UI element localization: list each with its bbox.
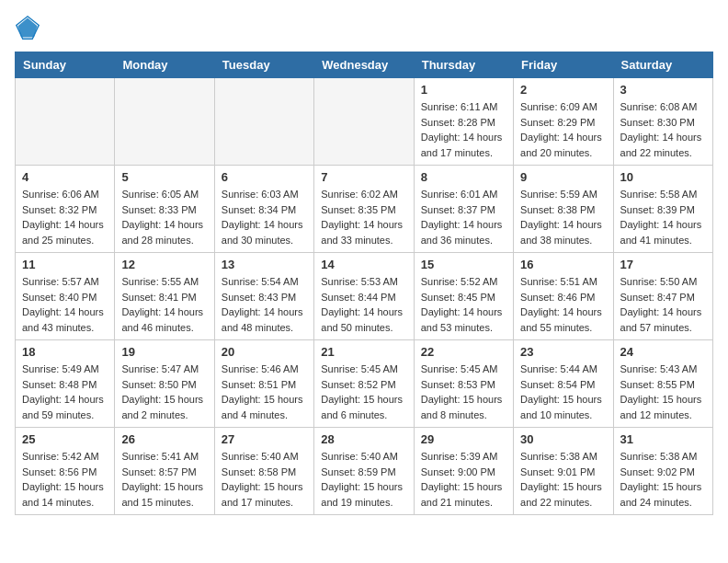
day-number: 7 <box>321 170 406 184</box>
day-info: Sunrise: 5:51 AMSunset: 8:46 PMDaylight:… <box>520 274 606 335</box>
day-number: 14 <box>321 258 406 271</box>
day-number: 8 <box>421 170 506 184</box>
calendar-cell: 3Sunrise: 6:08 AMSunset: 8:30 PMDaylight… <box>613 78 712 166</box>
day-number: 31 <box>620 432 706 446</box>
day-info: Sunrise: 5:57 AMSunset: 8:40 PMDaylight:… <box>22 274 108 335</box>
day-info: Sunrise: 5:43 AMSunset: 8:55 PMDaylight:… <box>620 362 706 422</box>
day-number: 16 <box>520 258 606 271</box>
day-info: Sunrise: 6:06 AMSunset: 8:32 PMDaylight:… <box>22 187 108 247</box>
day-number: 28 <box>321 432 406 446</box>
day-info: Sunrise: 6:09 AMSunset: 8:29 PMDaylight:… <box>520 99 606 160</box>
calendar-cell: 23Sunrise: 5:44 AMSunset: 8:54 PMDayligh… <box>514 340 613 428</box>
calendar-week-3: 11Sunrise: 5:57 AMSunset: 8:40 PMDayligh… <box>16 253 713 340</box>
calendar-cell: 12Sunrise: 5:55 AMSunset: 8:41 PMDayligh… <box>115 253 214 340</box>
day-info: Sunrise: 5:40 AMSunset: 8:58 PMDaylight:… <box>222 449 307 510</box>
day-info: Sunrise: 5:59 AMSunset: 8:38 PMDaylight:… <box>520 187 606 247</box>
day-info: Sunrise: 5:44 AMSunset: 8:54 PMDaylight:… <box>520 362 606 422</box>
calendar-cell: 9Sunrise: 5:59 AMSunset: 8:38 PMDaylight… <box>514 166 613 253</box>
day-number: 26 <box>121 432 207 446</box>
calendar-cell: 16Sunrise: 5:51 AMSunset: 8:46 PMDayligh… <box>514 253 613 340</box>
day-info: Sunrise: 5:46 AMSunset: 8:51 PMDaylight:… <box>222 362 307 422</box>
day-info: Sunrise: 5:42 AMSunset: 8:56 PMDaylight:… <box>22 449 108 510</box>
day-info: Sunrise: 6:02 AMSunset: 8:35 PMDaylight:… <box>321 187 406 247</box>
day-info: Sunrise: 5:45 AMSunset: 8:53 PMDaylight:… <box>421 362 506 422</box>
day-info: Sunrise: 5:47 AMSunset: 8:50 PMDaylight:… <box>121 362 207 422</box>
day-info: Sunrise: 5:53 AMSunset: 8:44 PMDaylight:… <box>321 274 406 335</box>
day-number: 21 <box>321 345 406 359</box>
calendar-cell: 26Sunrise: 5:41 AMSunset: 8:57 PMDayligh… <box>115 428 214 515</box>
calendar-cell: 29Sunrise: 5:39 AMSunset: 9:00 PMDayligh… <box>414 428 513 515</box>
col-header-wednesday: Wednesday <box>314 52 414 78</box>
calendar-cell: 27Sunrise: 5:40 AMSunset: 8:58 PMDayligh… <box>214 428 313 515</box>
day-number: 23 <box>520 345 606 359</box>
day-number: 4 <box>22 170 108 184</box>
day-info: Sunrise: 5:39 AMSunset: 9:00 PMDaylight:… <box>421 449 506 510</box>
day-info: Sunrise: 6:03 AMSunset: 8:34 PMDaylight:… <box>222 187 307 247</box>
col-header-monday: Monday <box>115 52 214 78</box>
logo <box>15 15 44 40</box>
day-info: Sunrise: 6:01 AMSunset: 8:37 PMDaylight:… <box>421 187 506 247</box>
calendar-cell: 14Sunrise: 5:53 AMSunset: 8:44 PMDayligh… <box>314 253 414 340</box>
day-number: 12 <box>121 258 207 271</box>
day-number: 25 <box>22 432 108 446</box>
calendar-week-5: 25Sunrise: 5:42 AMSunset: 8:56 PMDayligh… <box>16 428 713 515</box>
calendar-week-2: 4Sunrise: 6:06 AMSunset: 8:32 PMDaylight… <box>16 166 713 253</box>
day-number: 27 <box>222 432 307 446</box>
day-number: 3 <box>620 83 706 97</box>
calendar-cell: 31Sunrise: 5:38 AMSunset: 9:02 PMDayligh… <box>613 428 712 515</box>
day-number: 24 <box>620 345 706 359</box>
calendar-cell: 2Sunrise: 6:09 AMSunset: 8:29 PMDaylight… <box>514 78 613 166</box>
day-info: Sunrise: 5:52 AMSunset: 8:45 PMDaylight:… <box>421 274 506 335</box>
calendar-cell <box>115 78 214 166</box>
logo-icon <box>15 15 40 40</box>
day-info: Sunrise: 5:54 AMSunset: 8:43 PMDaylight:… <box>222 274 307 335</box>
page-header <box>15 15 713 40</box>
day-number: 17 <box>620 258 706 271</box>
calendar-cell: 28Sunrise: 5:40 AMSunset: 8:59 PMDayligh… <box>314 428 414 515</box>
calendar-cell <box>16 78 115 166</box>
day-info: Sunrise: 5:45 AMSunset: 8:52 PMDaylight:… <box>321 362 406 422</box>
day-number: 13 <box>222 258 307 271</box>
day-number: 6 <box>222 170 307 184</box>
day-info: Sunrise: 5:41 AMSunset: 8:57 PMDaylight:… <box>121 449 207 510</box>
calendar-cell: 1Sunrise: 6:11 AMSunset: 8:28 PMDaylight… <box>414 78 513 166</box>
day-number: 20 <box>222 345 307 359</box>
calendar-cell: 13Sunrise: 5:54 AMSunset: 8:43 PMDayligh… <box>214 253 313 340</box>
calendar-cell: 21Sunrise: 5:45 AMSunset: 8:52 PMDayligh… <box>314 340 414 428</box>
calendar-week-4: 18Sunrise: 5:49 AMSunset: 8:48 PMDayligh… <box>16 340 713 428</box>
calendar-cell: 17Sunrise: 5:50 AMSunset: 8:47 PMDayligh… <box>613 253 712 340</box>
day-info: Sunrise: 5:40 AMSunset: 8:59 PMDaylight:… <box>321 449 406 510</box>
calendar-table: SundayMondayTuesdayWednesdayThursdayFrid… <box>15 52 713 515</box>
calendar-week-1: 1Sunrise: 6:11 AMSunset: 8:28 PMDaylight… <box>16 78 713 166</box>
calendar-cell: 20Sunrise: 5:46 AMSunset: 8:51 PMDayligh… <box>214 340 313 428</box>
day-number: 5 <box>121 170 207 184</box>
col-header-thursday: Thursday <box>414 52 513 78</box>
col-header-friday: Friday <box>514 52 613 78</box>
calendar-cell: 15Sunrise: 5:52 AMSunset: 8:45 PMDayligh… <box>414 253 513 340</box>
col-header-sunday: Sunday <box>16 52 115 78</box>
calendar-cell: 11Sunrise: 5:57 AMSunset: 8:40 PMDayligh… <box>16 253 115 340</box>
calendar-cell: 22Sunrise: 5:45 AMSunset: 8:53 PMDayligh… <box>414 340 513 428</box>
calendar-cell: 7Sunrise: 6:02 AMSunset: 8:35 PMDaylight… <box>314 166 414 253</box>
day-number: 19 <box>121 345 207 359</box>
calendar-cell: 19Sunrise: 5:47 AMSunset: 8:50 PMDayligh… <box>115 340 214 428</box>
day-number: 9 <box>520 170 606 184</box>
day-number: 30 <box>520 432 606 446</box>
col-header-tuesday: Tuesday <box>214 52 313 78</box>
calendar-cell: 4Sunrise: 6:06 AMSunset: 8:32 PMDaylight… <box>16 166 115 253</box>
calendar-cell: 6Sunrise: 6:03 AMSunset: 8:34 PMDaylight… <box>214 166 313 253</box>
calendar-cell: 24Sunrise: 5:43 AMSunset: 8:55 PMDayligh… <box>613 340 712 428</box>
day-info: Sunrise: 6:05 AMSunset: 8:33 PMDaylight:… <box>121 187 207 247</box>
day-number: 11 <box>22 258 108 271</box>
calendar-cell: 10Sunrise: 5:58 AMSunset: 8:39 PMDayligh… <box>613 166 712 253</box>
day-number: 1 <box>421 83 506 97</box>
calendar-cell: 8Sunrise: 6:01 AMSunset: 8:37 PMDaylight… <box>414 166 513 253</box>
calendar-cell <box>214 78 313 166</box>
day-info: Sunrise: 6:08 AMSunset: 8:30 PMDaylight:… <box>620 99 706 160</box>
calendar-header-row: SundayMondayTuesdayWednesdayThursdayFrid… <box>16 52 713 78</box>
day-info: Sunrise: 5:38 AMSunset: 9:02 PMDaylight:… <box>620 449 706 510</box>
day-number: 22 <box>421 345 506 359</box>
day-info: Sunrise: 5:38 AMSunset: 9:01 PMDaylight:… <box>520 449 606 510</box>
day-number: 18 <box>22 345 108 359</box>
day-info: Sunrise: 5:55 AMSunset: 8:41 PMDaylight:… <box>121 274 207 335</box>
